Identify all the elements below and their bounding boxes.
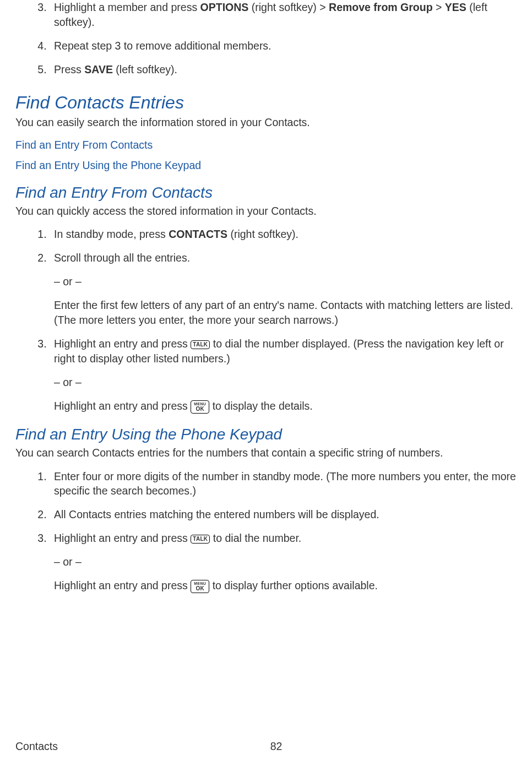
or-divider: – or – [54, 375, 517, 390]
talk-key-icon: TALK [191, 340, 210, 349]
link-find-entry-from-contacts[interactable]: Find an Entry From Contacts [15, 139, 517, 151]
text: Highlight an entry and press [54, 532, 191, 544]
document-page: Highlight a member and press OPTIONS (ri… [0, 0, 532, 766]
footer-page-number: 82 [36, 740, 517, 753]
step-3-alt: Highlight an entry and press MENUOK to d… [54, 578, 517, 593]
step-1: In standby mode, press CONTACTS (right s… [50, 227, 517, 242]
remove-from-group-label: Remove from Group [329, 1, 433, 13]
section-find-contacts-entries: Find Contacts Entries [15, 93, 517, 113]
section-intro: You can easily search the information st… [15, 115, 517, 130]
text: (left softkey). [113, 63, 177, 75]
menu-ok-key-icon: MENUOK [191, 580, 209, 593]
find-entry-steps: In standby mode, press CONTACTS (right s… [15, 227, 517, 413]
menu-ok-key-icon: MENUOK [191, 400, 209, 414]
subsection-intro: You can quickly access the stored inform… [15, 204, 517, 219]
save-label: SAVE [84, 63, 113, 75]
text: In standby mode, press [54, 228, 169, 240]
or-divider: – or – [54, 274, 517, 289]
text: to dial the number. [210, 532, 301, 544]
text: Highlight an entry and press [54, 579, 191, 591]
remove-members-steps: Highlight a member and press OPTIONS (ri… [15, 0, 517, 77]
step-2-alt: Enter the first few letters of any part … [54, 298, 517, 328]
text: to display the details. [209, 400, 313, 412]
page-footer: Contacts 82 [15, 740, 517, 753]
step-2: Scroll through all the entries. – or – E… [50, 251, 517, 328]
subsection-find-entry-using-keypad: Find an Entry Using the Phone Keypad [15, 426, 517, 443]
step-3: Highlight an entry and press TALK to dia… [50, 336, 517, 414]
step-2: All Contacts entries matching the entere… [50, 507, 517, 522]
step-5: Press SAVE (left softkey). [50, 62, 517, 77]
text: > [433, 1, 445, 13]
step-1: Enter four or more digits of the number … [50, 469, 517, 499]
step-4: Repeat step 3 to remove additional membe… [50, 39, 517, 53]
text: Highlight an entry and press [54, 338, 191, 350]
text: Press [54, 63, 84, 75]
text: (right softkey) > [248, 1, 329, 13]
subsection-intro: You can search Contacts entries for the … [15, 446, 517, 460]
step-3: Highlight an entry and press TALK to dia… [50, 531, 517, 593]
options-label: OPTIONS [200, 1, 249, 13]
or-divider: – or – [54, 555, 517, 569]
text: Highlight an entry and press [54, 400, 191, 412]
contacts-label: CONTACTS [169, 228, 227, 240]
talk-key-icon: TALK [191, 535, 210, 544]
link-find-entry-using-keypad[interactable]: Find an Entry Using the Phone Keypad [15, 159, 517, 172]
step-3-alt: Highlight an entry and press MENUOK to d… [54, 399, 517, 414]
text: Highlight a member and press [54, 1, 200, 13]
subsection-find-entry-from-contacts: Find an Entry From Contacts [15, 184, 517, 202]
text: Scroll through all the entries. [54, 252, 190, 264]
yes-label: YES [445, 1, 466, 13]
step-3: Highlight a member and press OPTIONS (ri… [50, 0, 517, 30]
keypad-search-steps: Enter four or more digits of the number … [15, 469, 517, 593]
text: (right softkey). [227, 228, 298, 240]
text: to display further options available. [209, 579, 378, 591]
